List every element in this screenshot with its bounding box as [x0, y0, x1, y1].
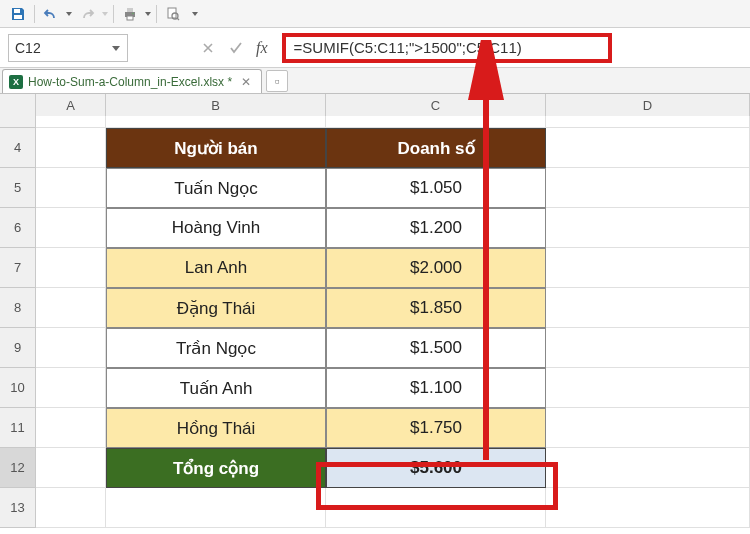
cell[interactable]	[546, 248, 750, 288]
row-header-9[interactable]: 9	[0, 328, 36, 368]
table-row[interactable]: $1.200	[326, 208, 546, 248]
row-header-11[interactable]: 11	[0, 408, 36, 448]
table-row[interactable]: Đặng Thái	[106, 288, 326, 328]
cell[interactable]	[36, 116, 106, 128]
col-header-D[interactable]: D	[546, 94, 750, 116]
quick-access-toolbar	[0, 0, 750, 28]
column-headers: A B C D	[0, 94, 750, 116]
cell[interactable]	[546, 328, 750, 368]
cell[interactable]	[546, 488, 750, 528]
row-header-4[interactable]: 4	[0, 128, 36, 168]
cell[interactable]	[546, 368, 750, 408]
cell[interactable]	[36, 128, 106, 168]
table-row[interactable]: $1.750	[326, 408, 546, 448]
cell[interactable]	[546, 168, 750, 208]
redo-icon[interactable]	[75, 3, 99, 25]
fx-label-icon[interactable]: fx	[256, 39, 268, 57]
table-row[interactable]: $2.000	[326, 248, 546, 288]
undo-icon[interactable]	[39, 3, 63, 25]
table-row[interactable]: Trần Ngọc	[106, 328, 326, 368]
cell[interactable]	[546, 408, 750, 448]
table-header-name[interactable]: Người bán	[106, 128, 326, 168]
svg-rect-1	[14, 15, 22, 19]
table-row[interactable]: Lan Anh	[106, 248, 326, 288]
print-preview-icon[interactable]	[161, 3, 185, 25]
select-all-corner[interactable]	[0, 94, 36, 116]
row-header-7[interactable]: 7	[0, 248, 36, 288]
cell[interactable]	[546, 208, 750, 248]
formula-input[interactable]: =SUMIF(C5:C11;">1500";C5:C11)	[282, 33, 612, 63]
cell[interactable]	[36, 488, 106, 528]
svg-point-5	[132, 12, 134, 14]
workbook-tab[interactable]: X How-to-Sum-a-Column_in-Excel.xlsx * ✕	[2, 69, 262, 93]
row-header-13[interactable]: 13	[0, 488, 36, 528]
table-row[interactable]: Tuấn Anh	[106, 368, 326, 408]
separator	[156, 5, 157, 23]
save-icon[interactable]	[6, 3, 30, 25]
workbook-tab-label: How-to-Sum-a-Column_in-Excel.xlsx *	[28, 75, 232, 89]
workbook-tab-bar: X How-to-Sum-a-Column_in-Excel.xlsx * ✕ …	[0, 68, 750, 94]
qat-customize-icon[interactable]	[191, 10, 199, 18]
row-headers: 4 5 6 7 8 9 10 11 12 13	[0, 116, 36, 528]
cancel-formula-icon[interactable]	[196, 36, 220, 60]
row-header-10[interactable]: 10	[0, 368, 36, 408]
table-row[interactable]: $1.050	[326, 168, 546, 208]
cell[interactable]	[36, 328, 106, 368]
redo-dropdown-icon[interactable]	[101, 10, 109, 18]
cell[interactable]	[36, 208, 106, 248]
cell[interactable]	[36, 448, 106, 488]
cell[interactable]	[36, 368, 106, 408]
col-header-B[interactable]: B	[106, 94, 326, 116]
row-header-12[interactable]: 12	[0, 448, 36, 488]
formula-controls: fx	[196, 36, 274, 60]
table-header-value[interactable]: Doanh số	[326, 128, 546, 168]
table-row[interactable]: $1.500	[326, 328, 546, 368]
table-row[interactable]: Hồng Thái	[106, 408, 326, 448]
svg-rect-0	[14, 9, 20, 13]
formula-text: =SUMIF(C5:C11;">1500";C5:C11)	[294, 39, 522, 56]
separator	[34, 5, 35, 23]
formula-bar-row: C12 fx =SUMIF(C5:C11;">1500";C5:C11)	[0, 28, 750, 68]
name-box[interactable]: C12	[8, 34, 128, 62]
row-header-3[interactable]	[0, 116, 36, 128]
cell[interactable]	[546, 448, 750, 488]
table-row[interactable]: Hoàng Vinh	[106, 208, 326, 248]
undo-dropdown-icon[interactable]	[65, 10, 73, 18]
table-row[interactable]: $1.850	[326, 288, 546, 328]
cells-area[interactable]: Người bán Doanh số Tuấn Ngọc $1.050 Hoàn…	[36, 116, 750, 534]
cell[interactable]	[36, 168, 106, 208]
excel-file-icon: X	[9, 75, 23, 89]
table-row[interactable]: $1.100	[326, 368, 546, 408]
print-icon[interactable]	[118, 3, 142, 25]
name-box-value: C12	[15, 40, 41, 56]
spreadsheet-grid: A B C D 4 5 6 7 8 9 10 11 12 13 Người bá…	[0, 94, 750, 534]
row-header-6[interactable]: 6	[0, 208, 36, 248]
cell[interactable]	[546, 116, 750, 128]
cell[interactable]	[546, 288, 750, 328]
name-box-dropdown-icon[interactable]	[111, 40, 121, 56]
row-header-5[interactable]: 5	[0, 168, 36, 208]
cell[interactable]	[106, 488, 326, 528]
cell[interactable]	[36, 248, 106, 288]
close-icon[interactable]: ✕	[241, 75, 251, 89]
cell[interactable]	[106, 116, 326, 128]
accept-formula-icon[interactable]	[224, 36, 248, 60]
cell[interactable]	[326, 488, 546, 528]
svg-rect-3	[127, 8, 133, 12]
separator	[113, 5, 114, 23]
row-header-8[interactable]: 8	[0, 288, 36, 328]
cell[interactable]	[546, 128, 750, 168]
cell[interactable]	[36, 408, 106, 448]
col-header-A[interactable]: A	[36, 94, 106, 116]
col-header-C[interactable]: C	[326, 94, 546, 116]
table-row[interactable]: Tuấn Ngọc	[106, 168, 326, 208]
table-footer-label[interactable]: Tổng cộng	[106, 448, 326, 488]
svg-rect-4	[127, 16, 133, 20]
new-tab-button[interactable]: ▫	[266, 70, 288, 92]
print-dropdown-icon[interactable]	[144, 10, 152, 18]
table-footer-value[interactable]: $5.600	[326, 448, 546, 488]
cell[interactable]	[36, 288, 106, 328]
svg-line-8	[177, 18, 179, 20]
cell[interactable]	[326, 116, 546, 128]
